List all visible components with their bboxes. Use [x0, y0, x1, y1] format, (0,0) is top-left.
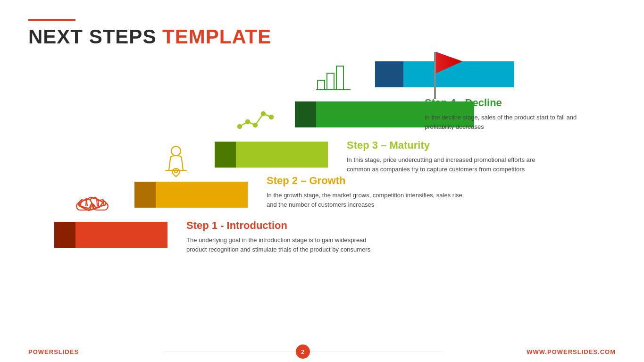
step5-bar-dark [375, 61, 403, 87]
handshake-icon-container [73, 185, 111, 219]
footer: POWERSLIDES 2 WWW.POWERSLIDES.COM [0, 341, 644, 362]
step3-title: Step 3 – Maturity [347, 139, 545, 152]
step1-content: Step 1 - Introduction The underlying goa… [186, 219, 385, 254]
barchart-svg [315, 61, 353, 92]
handshake-svg [75, 188, 110, 216]
header: NEXT STEPS TEMPLATE [28, 19, 271, 48]
step3-bar-main [236, 142, 328, 168]
svg-point-6 [246, 120, 250, 124]
step3-bar [215, 142, 328, 168]
person-icon-container [158, 143, 193, 178]
svg-rect-10 [318, 80, 325, 90]
step3-content: Step 3 – Maturity In this stage, price u… [347, 139, 545, 174]
footer-website: WWW.POWERSLIDES.COM [527, 348, 616, 355]
page-number: 2 [296, 345, 310, 359]
svg-rect-12 [336, 66, 343, 90]
step3-description: In this stage, price undercutting and in… [347, 155, 545, 174]
linechart-icon-container [235, 101, 280, 137]
footer-brand: POWERSLIDES [28, 348, 79, 355]
header-accent-line [28, 19, 75, 21]
step1-title: Step 1 - Introduction [186, 219, 385, 232]
step4-bar-dark [295, 101, 316, 127]
step2-bar [134, 182, 248, 208]
step4-content: Step 4 - Decline In the decline stage, s… [425, 97, 604, 131]
step1-bar-main [75, 222, 167, 248]
svg-point-3 [171, 146, 181, 156]
step2-bar-dark [134, 182, 156, 208]
svg-rect-11 [327, 73, 334, 90]
svg-point-7 [253, 123, 257, 127]
step4-description: In the decline stage, sales of the produ… [425, 113, 604, 131]
step3-bar-dark [215, 142, 236, 168]
svg-marker-2 [436, 52, 462, 73]
step1-description: The underlying goal in the introduction … [186, 236, 385, 254]
svg-point-5 [238, 125, 242, 128]
step1-bar-dark [54, 222, 75, 248]
linechart-svg [237, 105, 277, 134]
step2-bar-main [156, 182, 248, 208]
flag-icon [420, 47, 467, 99]
barchart-icon-container [311, 59, 356, 94]
person-svg [162, 144, 190, 177]
step2-title: Step 2 – Growth [267, 175, 465, 187]
step2-description: In the growth stage, the market grows, c… [267, 191, 465, 209]
step2-content: Step 2 – Growth In the growth stage, the… [267, 175, 465, 209]
step1-bar [54, 222, 167, 248]
svg-point-8 [261, 112, 265, 116]
step4-title: Step 4 - Decline [425, 97, 604, 109]
svg-rect-0 [434, 52, 436, 99]
svg-point-9 [269, 115, 273, 119]
svg-point-4 [175, 170, 177, 173]
page-title: NEXT STEPS TEMPLATE [28, 25, 271, 48]
flag-container [420, 47, 467, 99]
